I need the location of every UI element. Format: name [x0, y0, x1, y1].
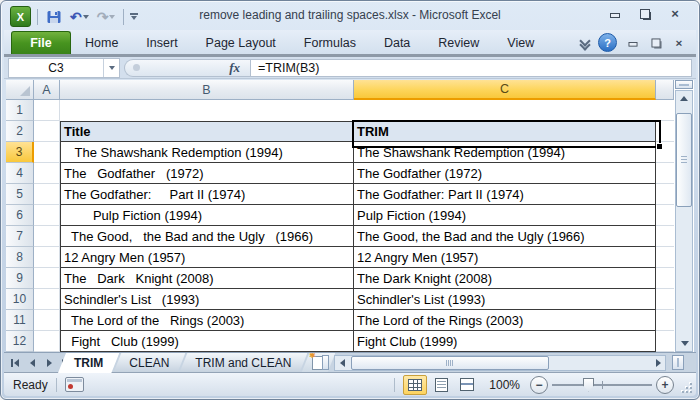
cell-C8[interactable]: 12 Angry Men (1957) — [354, 247, 656, 268]
tab-file[interactable]: File — [11, 31, 71, 54]
cell-A1[interactable] — [34, 100, 60, 121]
row-header-1[interactable]: 1 — [6, 100, 34, 121]
cell-A12[interactable] — [34, 331, 60, 352]
vertical-scrollbar[interactable] — [674, 80, 694, 352]
horizontal-scrollbar-thumb[interactable] — [351, 356, 549, 370]
cell-B2[interactable]: Title — [60, 121, 354, 142]
cell-C7[interactable]: The Good, the Bad and the Ugly (1966) — [354, 226, 656, 247]
undo-dropdown-icon[interactable] — [83, 15, 89, 19]
row-header-7[interactable]: 7 — [6, 226, 34, 247]
cell-A6[interactable] — [34, 205, 60, 226]
sheet-tab-clean[interactable]: CLEAN — [113, 353, 185, 373]
sheet-tab-trim-and-clean[interactable]: TRIM and CLEAN — [179, 353, 307, 373]
normal-view-button[interactable] — [403, 375, 427, 395]
cell-partial-9[interactable] — [656, 268, 674, 289]
excel-logo-icon[interactable]: X — [10, 6, 31, 27]
tab-view[interactable]: View — [493, 32, 548, 54]
row-header-3[interactable]: 3 — [6, 142, 34, 163]
cell-partial-12[interactable] — [656, 331, 674, 352]
row-header-11[interactable]: 11 — [6, 310, 34, 331]
cell-B10[interactable]: Schindler's List (1993) — [60, 289, 354, 310]
row-header-5[interactable]: 5 — [6, 184, 34, 205]
tab-formulas[interactable]: Formulas — [290, 32, 370, 54]
tab-page-layout[interactable]: Page Layout — [192, 32, 290, 54]
column-header-partial[interactable] — [656, 80, 674, 100]
cell-partial-10[interactable] — [656, 289, 674, 310]
tab-split-handle[interactable] — [322, 355, 329, 370]
tab-home[interactable]: Home — [71, 32, 132, 54]
zoom-out-button[interactable]: − — [530, 376, 548, 394]
cell-A8[interactable] — [34, 247, 60, 268]
cell-C4[interactable]: The Godfather (1972) — [354, 163, 656, 184]
zoom-in-button[interactable]: + — [656, 376, 674, 394]
cell-C9[interactable]: The Dark Knight (2008) — [354, 268, 656, 289]
cell-A2[interactable] — [34, 121, 60, 142]
column-header-a[interactable]: A — [34, 80, 60, 100]
redo-button[interactable]: ↷ — [95, 9, 118, 25]
resize-grip[interactable] — [679, 380, 692, 393]
cell-A4[interactable] — [34, 163, 60, 184]
cell-B5[interactable]: The Godfather: Part II (1974) — [60, 184, 354, 205]
page-break-view-button[interactable] — [455, 375, 479, 395]
cell-B9[interactable]: The Dark Knight (2008) — [60, 268, 354, 289]
workbook-restore-button[interactable] — [650, 37, 663, 48]
cell-C6[interactable]: Pulp Fiction (1994) — [354, 205, 656, 226]
expand-ribbon-icon[interactable] — [581, 39, 589, 47]
row-header-4[interactable]: 4 — [6, 163, 34, 184]
zoom-slider-thumb[interactable] — [583, 378, 594, 392]
restore-button[interactable] — [638, 8, 652, 20]
cell-partial-1[interactable] — [656, 100, 674, 121]
cell-A7[interactable] — [34, 226, 60, 247]
save-button[interactable] — [44, 8, 64, 26]
sheet-tab-trim[interactable]: TRIM — [58, 353, 119, 373]
column-header-c[interactable]: C — [354, 80, 656, 100]
row-header-10[interactable]: 10 — [6, 289, 34, 310]
cell-C1[interactable] — [354, 100, 656, 121]
scroll-left-button[interactable] — [335, 356, 349, 370]
row-header-8[interactable]: 8 — [6, 247, 34, 268]
cell-C12[interactable]: Fight Club (1999) — [354, 331, 656, 352]
tab-review[interactable]: Review — [424, 32, 493, 54]
name-box-dropdown[interactable] — [103, 59, 119, 77]
cell-partial-6[interactable] — [656, 205, 674, 226]
active-cell-selection[interactable] — [352, 120, 661, 148]
tab-insert[interactable]: Insert — [132, 32, 191, 54]
cell-C11[interactable]: The Lord of the Rings (2003) — [354, 310, 656, 331]
help-button[interactable]: ? — [598, 33, 617, 52]
next-sheet-button[interactable] — [43, 357, 55, 369]
insert-worksheet-button[interactable] — [301, 353, 335, 373]
row-header-6[interactable]: 6 — [6, 205, 34, 226]
cell-B4[interactable]: The Godfather (1972) — [60, 163, 354, 184]
cell-B7[interactable]: The Good, the Bad and the Ugly (1966) — [60, 226, 354, 247]
cell-A9[interactable] — [34, 268, 60, 289]
column-header-b[interactable]: B — [60, 80, 354, 100]
cell-partial-4[interactable] — [656, 163, 674, 184]
vertical-scrollbar-thumb[interactable] — [676, 113, 692, 207]
vertical-split-handle[interactable] — [675, 80, 693, 89]
undo-button[interactable]: ↶ — [68, 9, 91, 25]
scroll-down-icon[interactable] — [681, 341, 689, 346]
cell-partial-11[interactable] — [656, 310, 674, 331]
cell-A5[interactable] — [34, 184, 60, 205]
fill-handle[interactable] — [656, 143, 663, 150]
macro-record-button[interactable] — [65, 377, 84, 392]
cell-A10[interactable] — [34, 289, 60, 310]
row-header-2[interactable]: 2 — [6, 121, 34, 142]
cell-A11[interactable] — [34, 310, 60, 331]
workbook-close-button[interactable]: × — [673, 37, 686, 48]
cell-B6[interactable]: Pulp Fiction (1994) — [60, 205, 354, 226]
cell-C5[interactable]: The Godfather: Part II (1974) — [354, 184, 656, 205]
cell-B8[interactable]: 12 Angry Men (1957) — [60, 247, 354, 268]
cell-B11[interactable]: The Lord of the Rings (2003) — [60, 310, 354, 331]
scroll-right-button[interactable] — [651, 356, 665, 370]
vertical-scrollbar-track[interactable] — [675, 90, 693, 352]
formula-input[interactable]: =TRIM(B3) — [250, 59, 692, 77]
tab-data[interactable]: Data — [370, 32, 424, 54]
minimize-button[interactable] — [608, 8, 622, 20]
previous-sheet-button[interactable] — [26, 357, 38, 369]
row-header-12[interactable]: 12 — [6, 331, 34, 352]
close-button[interactable]: × — [668, 8, 682, 20]
first-sheet-button[interactable] — [9, 357, 21, 369]
cell-B3[interactable]: The Shawshank Redemption (1994) — [60, 142, 354, 163]
cell-B12[interactable]: Fight Club (1999) — [60, 331, 354, 352]
